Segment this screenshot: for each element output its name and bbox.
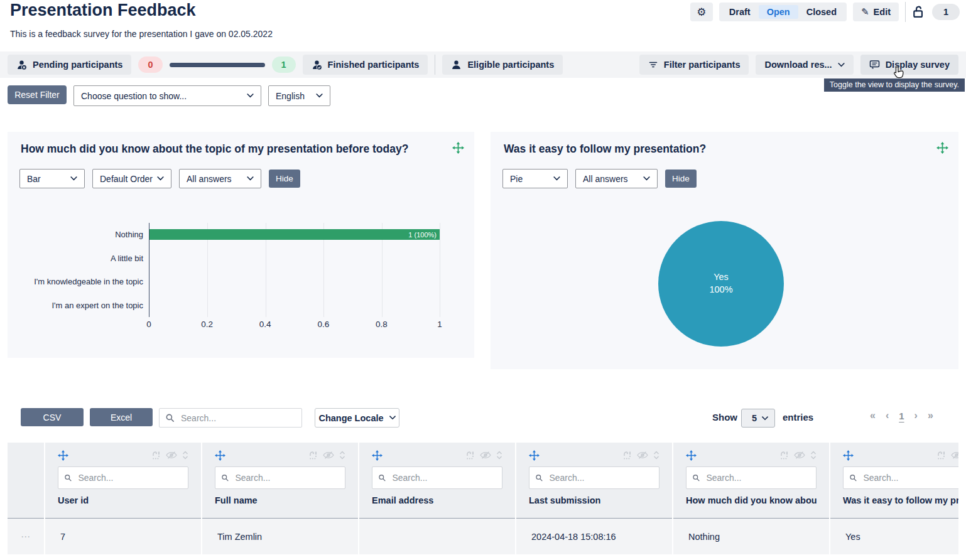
x-tick: 1	[437, 320, 442, 329]
reset-sort-icon[interactable]	[779, 451, 789, 460]
sort-icon[interactable]	[339, 451, 345, 460]
bar-nothing[interactable]: 1 (100%)	[149, 229, 440, 240]
display-survey-button[interactable]: Display survey	[860, 55, 958, 75]
drag-move-icon[interactable]	[686, 450, 697, 461]
settings-button[interactable]: ⚙	[690, 3, 713, 21]
language-select-value: English	[276, 91, 305, 101]
drag-move-icon[interactable]	[452, 142, 464, 154]
row-actions-icon[interactable]: ⋯	[8, 518, 44, 554]
drag-move-icon[interactable]	[529, 450, 540, 461]
eye-slash-icon[interactable]	[480, 451, 491, 460]
eligible-participants-label: Eligible participants	[467, 60, 554, 70]
category-label: Nothing	[8, 223, 149, 247]
column-search-input[interactable]	[77, 472, 182, 483]
drag-move-icon[interactable]	[215, 450, 225, 461]
pagination-next-icon[interactable]: ›	[914, 410, 918, 421]
page-title: Presentation Feedback	[10, 1, 196, 20]
column-last-submission: Last submission 2024-04-18 15:08:16	[515, 443, 672, 555]
reset-sort-icon[interactable]	[622, 451, 632, 460]
finished-participants-button[interactable]: Finished participants	[303, 55, 428, 75]
drag-move-icon[interactable]	[58, 450, 68, 461]
divider	[905, 2, 906, 22]
change-locale-dropdown[interactable]: Change Locale	[315, 408, 399, 428]
person-x-icon	[16, 60, 27, 70]
search-icon	[535, 473, 543, 482]
column-search-input[interactable]	[548, 472, 653, 483]
chevron-down-icon	[553, 176, 560, 181]
toolbar-right: Filter participants Download res... Disp…	[639, 55, 958, 75]
chart-controls: Pie All answers Hide	[502, 169, 697, 188]
column-search	[529, 466, 659, 489]
pagination-first-icon[interactable]: «	[870, 410, 876, 421]
search-icon	[221, 473, 229, 482]
export-csv-button[interactable]: CSV	[21, 408, 84, 426]
pending-participants-button[interactable]: Pending participants	[8, 55, 131, 75]
pie-chart[interactable]: Yes 100%	[658, 221, 784, 347]
eligible-participants-button[interactable]: Eligible participants	[442, 55, 563, 75]
cell-user-id: 7	[45, 518, 201, 554]
question-select[interactable]: Choose question to show...	[73, 85, 261, 106]
drag-move-icon[interactable]	[843, 450, 854, 461]
status-tab-closed[interactable]: Closed	[798, 5, 845, 19]
language-select[interactable]: English	[268, 85, 330, 106]
pagination-page-1[interactable]: 1	[899, 411, 904, 421]
reset-sort-icon[interactable]	[465, 451, 475, 460]
download-results-label: Download res...	[764, 60, 832, 70]
sort-icon[interactable]	[810, 451, 817, 460]
response-count-badge: 1	[932, 4, 960, 20]
x-tick: 0.8	[376, 320, 388, 329]
column-label: Last submission	[529, 495, 659, 505]
column-search	[58, 466, 188, 489]
status-tab-open[interactable]: Open	[759, 5, 798, 19]
status-tab-draft[interactable]: Draft	[721, 5, 759, 19]
pagination-prev-icon[interactable]: ‹	[886, 410, 889, 421]
reset-sort-icon[interactable]	[151, 451, 161, 460]
sort-icon[interactable]	[653, 451, 659, 460]
column-search-input[interactable]	[862, 472, 958, 483]
pencil-icon: ✎	[861, 6, 869, 18]
reset-sort-icon[interactable]	[308, 451, 318, 460]
chevron-down-icon	[316, 94, 323, 98]
bar-chart: Nothing A little bit I'm knowledgeable i…	[8, 223, 474, 332]
pending-count-badge: 0	[138, 57, 162, 73]
table-search-input[interactable]	[180, 412, 296, 424]
chart-type-value: Bar	[27, 174, 41, 184]
filter-participants-button[interactable]: Filter participants	[639, 55, 749, 75]
column-label: Full name	[215, 495, 345, 505]
chevron-down-icon	[838, 63, 845, 67]
drag-move-icon[interactable]	[372, 450, 383, 461]
column-search-input[interactable]	[705, 472, 810, 483]
column-search-input[interactable]	[234, 472, 339, 483]
sort-icon[interactable]	[182, 451, 188, 460]
page-size-select[interactable]: 5	[741, 409, 775, 428]
pagination-last-icon[interactable]: »	[928, 410, 933, 421]
search-icon	[165, 413, 175, 423]
edit-button[interactable]: ✎ Edit	[853, 3, 899, 21]
eye-slash-icon[interactable]	[166, 451, 177, 460]
cell-question-easy: Yes	[830, 518, 958, 554]
drag-move-icon[interactable]	[936, 142, 948, 154]
filter-participants-label: Filter participants	[664, 60, 741, 70]
hide-chart-button[interactable]: Hide	[269, 170, 300, 188]
column-search-input[interactable]	[391, 472, 496, 483]
export-excel-button[interactable]: Excel	[90, 408, 153, 426]
eye-slash-icon[interactable]	[323, 451, 334, 460]
answers-filter-select[interactable]: All answers	[575, 169, 658, 188]
reset-filter-button[interactable]: Reset Filter	[8, 85, 67, 104]
hide-chart-button[interactable]: Hide	[665, 170, 697, 188]
sort-order-select[interactable]: Default Order	[92, 169, 171, 188]
eye-slash-icon[interactable]	[794, 451, 805, 460]
sort-icon[interactable]	[496, 451, 502, 460]
eye-slash-icon[interactable]	[951, 451, 958, 460]
chart-type-select[interactable]: Bar	[19, 169, 85, 188]
column-question-knowledge: How much did you know about the topic of…	[672, 443, 829, 555]
gear-icon: ⚙	[697, 6, 706, 19]
chart-type-select[interactable]: Pie	[502, 169, 568, 188]
chevron-down-icon	[70, 176, 77, 181]
eye-slash-icon[interactable]	[637, 451, 648, 460]
gridline	[440, 223, 440, 317]
reset-sort-icon[interactable]	[936, 451, 946, 460]
download-results-dropdown[interactable]: Download res...	[756, 55, 853, 75]
column-label: Was it easy to follow my presentation?	[843, 495, 958, 505]
answers-filter-select[interactable]: All answers	[179, 169, 261, 188]
